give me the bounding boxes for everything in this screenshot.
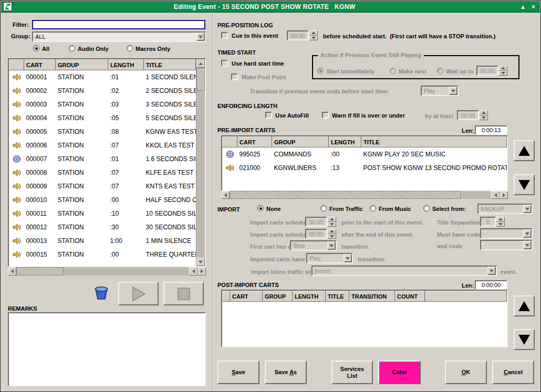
ok-button[interactable]: OK — [445, 361, 487, 384]
pre-import-move-up-button[interactable] — [514, 140, 535, 161]
scrollbar-thumb[interactable] — [230, 191, 461, 199]
close-button[interactable]: × — [529, 2, 538, 11]
stop-button[interactable] — [163, 282, 204, 305]
cart-row[interactable]: 995025COMMANDS:00KGNW PLAY 20 SEC MUSIC — [223, 147, 507, 161]
column-header-icon[interactable] — [223, 291, 230, 302]
chevron-down-icon — [449, 87, 457, 95]
filter-input[interactable] — [32, 20, 205, 29]
column-header-group[interactable]: GROUP — [272, 137, 329, 147]
scroll-right-icon[interactable] — [197, 267, 206, 276]
chevron-down-icon[interactable] — [196, 33, 205, 41]
rivendell-logo-icon — [3, 2, 12, 11]
wait-up-to-value: 00:00 — [476, 66, 498, 76]
filter-audio-only-radio[interactable] — [69, 45, 75, 51]
scrollbar-track[interactable] — [196, 91, 205, 258]
cancel-button[interactable]: Cancel — [492, 361, 534, 384]
warn-fill-checkbox[interactable] — [322, 112, 329, 119]
filter-all-radio[interactable] — [33, 45, 39, 51]
scrollbar-track[interactable] — [461, 191, 491, 199]
audio-cart-icon — [9, 207, 24, 220]
cell-cart: 995025 — [237, 147, 272, 161]
cart-row[interactable]: 000006STATION:07KKOL EAS TEST IN — [9, 139, 196, 152]
column-header-cart[interactable]: CART — [237, 137, 272, 147]
cart-row[interactable]: 000003STATION:033 SECONDS SILEN — [9, 98, 196, 111]
first-cart-label: First cart has a — [250, 243, 291, 250]
cart-bucket-icon — [93, 285, 110, 303]
cell-group: STATION — [56, 248, 108, 261]
and-code-value — [481, 241, 523, 249]
post-import-move-down-button[interactable] — [514, 329, 535, 350]
import-select-from-radio[interactable] — [423, 205, 430, 211]
column-header-group[interactable]: GROUP — [56, 60, 108, 70]
scroll-left-icon[interactable] — [491, 191, 500, 199]
cart-row[interactable]: 000012STATION:3030 SECONDS SILE — [9, 220, 196, 234]
cart-row[interactable]: 000002STATION:022 SECONDS SILEN — [9, 84, 196, 98]
scrollbar-thumb[interactable] — [196, 68, 205, 91]
spin-down-icon — [498, 71, 507, 76]
pre-import-horizontal-scrollbar[interactable] — [221, 191, 508, 199]
color-button[interactable]: Color — [378, 361, 421, 384]
cart-row[interactable]: 000009STATION:07KNTS EAS TEST IN — [9, 179, 196, 193]
column-header-length[interactable]: LENGTH — [108, 60, 144, 70]
column-header-length[interactable]: LENGTH — [329, 137, 361, 147]
audio-cart-icon — [9, 166, 24, 179]
cart-row[interactable]: 021000KGNWLINERS:13POST SHOW KGNW 13 SEC… — [223, 161, 507, 175]
save-as-button[interactable]: Save As — [265, 361, 307, 384]
cart-row[interactable]: 000010STATION:00HALF SECOND OF — [9, 193, 196, 207]
column-header-cart[interactable]: CART — [230, 291, 263, 302]
column-header-title[interactable]: TITLE — [144, 60, 196, 70]
save-button[interactable]: Save — [217, 361, 259, 384]
import-none-radio[interactable] — [257, 205, 264, 211]
remarks-textarea[interactable] — [8, 312, 206, 386]
scrollbar-thumb[interactable] — [16, 267, 64, 276]
cart-row[interactable]: 000001STATION:011 SECOND SILEN — [9, 70, 196, 84]
column-header-length[interactable]: LENGTH — [293, 291, 326, 302]
column-header-cart[interactable]: CART — [24, 60, 56, 70]
play-button[interactable] — [118, 282, 159, 305]
transition-if-previous-select: Play — [421, 86, 459, 96]
by-at-least-label: by at least — [425, 113, 453, 120]
sched-prior-label: Import carts scheduled — [250, 219, 314, 226]
scroll-left-icon[interactable] — [8, 267, 16, 276]
column-header-count[interactable]: COUNT — [395, 291, 425, 302]
scroll-left-icon[interactable] — [221, 191, 230, 199]
scroll-down-icon[interactable] — [196, 258, 205, 266]
audio-cart-icon — [9, 139, 24, 152]
import-from-music-radio[interactable] — [370, 205, 376, 211]
cue-to-event-checkbox[interactable] — [221, 32, 228, 39]
hard-start-checkbox[interactable] — [221, 60, 228, 67]
cart-row[interactable]: 000013STATION1:001 MIN SILENCE — [9, 234, 196, 248]
library-horizontal-scrollbar[interactable] — [8, 267, 206, 276]
library-vertical-scrollbar[interactable] — [196, 59, 205, 266]
timed-start-section-title: TIMED START — [217, 49, 256, 56]
services-list-button[interactable]: Services List — [331, 361, 373, 384]
autofill-checkbox[interactable] — [265, 112, 272, 119]
cart-row[interactable]: 000004STATION:055 SECONDS SILEN — [9, 111, 196, 125]
column-header-title[interactable]: TITLE — [361, 137, 507, 147]
imported-carts-label: Imported carts have a — [250, 256, 310, 263]
scrollbar-track[interactable] — [64, 267, 189, 276]
scroll-up-icon[interactable] — [196, 59, 205, 68]
column-header-icon[interactable] — [223, 137, 237, 147]
first-cart-suffix: transition. — [341, 243, 369, 250]
cart-row[interactable]: 000015STATION:00THREE QUARTER — [9, 248, 196, 261]
cart-row[interactable]: 000005STATION:08KGNW EAS TEST — [9, 125, 196, 139]
column-header-title[interactable]: TITLE — [326, 291, 349, 302]
cart-row[interactable]: 000011STATION:1010 SECONDS SILE — [9, 207, 196, 220]
column-header-icon[interactable] — [9, 60, 24, 70]
shade-button[interactable]: ▲ — [518, 2, 527, 11]
pre-import-move-down-button[interactable] — [514, 174, 535, 195]
post-import-move-up-button[interactable] — [514, 295, 535, 316]
cell-title: KLFE EAS TEST IN — [144, 166, 196, 179]
cell-cart: 000010 — [24, 193, 56, 207]
scroll-right-icon[interactable] — [500, 191, 508, 199]
first-cart-transition-select: Stop — [290, 240, 337, 251]
import-from-traffic-radio[interactable] — [320, 205, 327, 211]
cart-row[interactable]: 000007STATION:011.6 SECONDS SIL — [9, 152, 196, 166]
group-select[interactable]: ALL — [32, 31, 206, 42]
scroll-left-icon[interactable] — [189, 267, 197, 276]
column-header-group[interactable]: GROUP — [263, 291, 293, 302]
cart-row[interactable]: 000008STATION:07KLFE EAS TEST IN — [9, 166, 196, 179]
filter-macros-only-radio[interactable] — [127, 45, 133, 51]
column-header-transition[interactable]: TRANSITION — [349, 291, 395, 302]
